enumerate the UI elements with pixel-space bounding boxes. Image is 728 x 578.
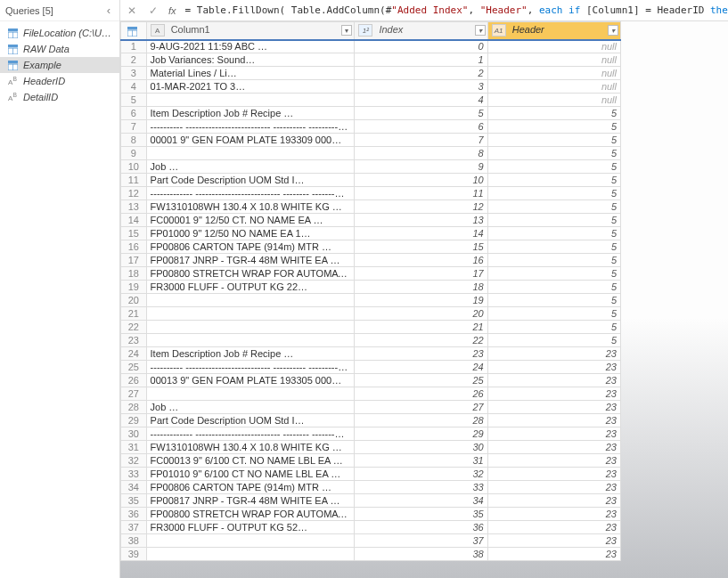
cell-column1[interactable]: FP00800 STRETCH WRAP FOR AUTOMATI … <box>146 508 355 521</box>
cell-header[interactable]: 5 <box>487 281 620 294</box>
cell-index[interactable]: 19 <box>355 294 487 307</box>
row-number[interactable]: 38 <box>121 534 147 548</box>
cell-index[interactable]: 32 <box>355 468 487 481</box>
cell-index[interactable]: 36 <box>355 521 487 534</box>
cell-column1[interactable] <box>146 294 355 307</box>
cell-column1[interactable]: Job … <box>146 401 355 414</box>
row-number[interactable]: 13 <box>121 200 147 214</box>
commit-formula-icon[interactable]: ✓ <box>147 4 160 17</box>
cell-index[interactable]: 27 <box>355 401 487 414</box>
cell-index[interactable]: 33 <box>355 481 487 494</box>
table-row[interactable]: 17 FP00817 JNRP - TGR-4 48M WHITE EA …16… <box>121 254 621 267</box>
cell-index[interactable]: 7 <box>355 134 487 147</box>
cell-column1[interactable]: Job … <box>146 160 355 174</box>
cell-index[interactable]: 5 <box>355 107 487 120</box>
rownum-header[interactable] <box>121 22 147 40</box>
row-number[interactable]: 24 <box>121 347 147 361</box>
cell-index[interactable]: 30 <box>355 441 487 454</box>
row-number[interactable]: 19 <box>121 281 147 294</box>
row-number[interactable]: 17 <box>121 254 147 267</box>
cell-index[interactable]: 11 <box>355 187 487 200</box>
cell-column1[interactable] <box>146 147 355 160</box>
row-number[interactable]: 34 <box>121 481 147 494</box>
cell-header[interactable]: 23 <box>487 548 620 561</box>
table-row[interactable]: 18 FP00800 STRETCH WRAP FOR AUTOMATI …17… <box>121 267 621 281</box>
table-row[interactable]: 29 Part Code Description UOM Std I…2823 <box>121 414 621 427</box>
cell-column1[interactable]: FW1310108WH 130.4 X 10.8 WHITE KG … <box>146 441 355 454</box>
cell-index[interactable]: 9 <box>355 160 487 174</box>
table-row[interactable]: 2 Job Variances: Sound…1null <box>121 53 621 67</box>
row-number[interactable]: 12 <box>121 187 147 200</box>
cell-index[interactable]: 17 <box>355 267 487 281</box>
cell-index[interactable]: 8 <box>355 147 487 160</box>
row-number[interactable]: 21 <box>121 307 147 321</box>
cell-header[interactable]: 23 <box>487 494 620 508</box>
row-number[interactable]: 37 <box>121 521 147 534</box>
table-row[interactable]: 19 FR3000 FLUFF - OUTPUT KG 22…185 <box>121 281 621 294</box>
cell-header[interactable]: 5 <box>487 187 620 200</box>
row-number[interactable]: 26 <box>121 374 147 387</box>
cell-column1[interactable]: Part Code Description UOM Std I… <box>146 414 355 427</box>
cell-header[interactable]: 23 <box>487 361 620 374</box>
cell-index[interactable]: 4 <box>355 94 487 107</box>
cell-index[interactable]: 37 <box>355 534 487 548</box>
cell-header[interactable]: 5 <box>487 147 620 160</box>
row-number[interactable]: 29 <box>121 414 147 427</box>
table-row[interactable]: 35 FP00817 JNRP - TGR-4 48M WHITE EA …34… <box>121 494 621 508</box>
cell-index[interactable]: 23 <box>355 347 487 361</box>
table-row[interactable]: 383723 <box>121 534 621 548</box>
table-row[interactable]: 37 FR3000 FLUFF - OUTPUT KG 52…3623 <box>121 521 621 534</box>
cell-column1[interactable]: Item Description Job # Recipe … <box>146 107 355 120</box>
row-number[interactable]: 28 <box>121 401 147 414</box>
table-row[interactable]: 33 FP01010 9" 6/100 CT NO NAME LBL EA …3… <box>121 468 621 481</box>
cell-column1[interactable]: FP01010 9" 6/100 CT NO NAME LBL EA … <box>146 468 355 481</box>
cell-header[interactable]: 5 <box>487 160 620 174</box>
cell-index[interactable]: 20 <box>355 307 487 321</box>
row-number[interactable]: 35 <box>121 494 147 508</box>
table-row[interactable]: 19-AUG-2021 11:59 ABC …0null <box>121 40 621 53</box>
cell-header[interactable]: null <box>487 40 620 53</box>
cell-header[interactable]: 23 <box>487 454 620 468</box>
cell-index[interactable]: 18 <box>355 281 487 294</box>
row-number[interactable]: 39 <box>121 548 147 561</box>
cell-column1[interactable] <box>146 307 355 321</box>
table-row[interactable]: 16 FP00806 CARTON TAPE (914m) MTR …155 <box>121 240 621 254</box>
cell-header[interactable]: 5 <box>487 321 620 334</box>
column1-filter-dropdown[interactable]: ▾ <box>341 25 352 36</box>
cell-column1[interactable]: ------------- --------------------------… <box>146 187 355 200</box>
cell-header[interactable]: 5 <box>487 227 620 240</box>
table-row[interactable]: 800001 9" GEN FOAM PLATE 193309 000…75 <box>121 134 621 147</box>
row-number[interactable]: 10 <box>121 160 147 174</box>
table-row[interactable]: 23225 <box>121 334 621 347</box>
cell-header[interactable]: 5 <box>487 174 620 187</box>
table-row[interactable]: 11 Part Code Description UOM Std I…105 <box>121 174 621 187</box>
row-number[interactable]: 9 <box>121 147 147 160</box>
cell-index[interactable]: 14 <box>355 227 487 240</box>
cell-header[interactable]: null <box>487 80 620 94</box>
row-number[interactable]: 11 <box>121 174 147 187</box>
column-header-column1[interactable]: A Column1 ▾ <box>146 22 355 40</box>
row-number[interactable]: 27 <box>121 387 147 401</box>
cell-header[interactable]: 23 <box>487 387 620 401</box>
cell-index[interactable]: 12 <box>355 200 487 214</box>
cell-column1[interactable]: FP00817 JNRP - TGR-4 48M WHITE EA … <box>146 254 355 267</box>
cell-column1[interactable]: FC00001 9" 12/50 CT. NO NAME EA … <box>146 214 355 227</box>
cell-header[interactable]: 23 <box>487 521 620 534</box>
table-row[interactable]: 22215 <box>121 321 621 334</box>
cell-column1[interactable]: Item Description Job # Recipe … <box>146 347 355 361</box>
cell-header[interactable]: 23 <box>487 468 620 481</box>
row-number[interactable]: 32 <box>121 454 147 468</box>
cell-header[interactable]: 5 <box>487 120 620 134</box>
table-row[interactable]: 13 FW1310108WH 130.4 X 10.8 WHITE KG …12… <box>121 200 621 214</box>
cell-header[interactable]: 23 <box>487 508 620 521</box>
cell-header[interactable]: 5 <box>487 254 620 267</box>
cell-index[interactable]: 0 <box>355 40 487 53</box>
cell-index[interactable]: 24 <box>355 361 487 374</box>
cell-column1[interactable]: FP00817 JNRP - TGR-4 48M WHITE EA … <box>146 494 355 508</box>
cell-index[interactable]: 34 <box>355 494 487 508</box>
table-row[interactable]: 4 01-MAR-2021 TO 3…3null <box>121 80 621 94</box>
cell-column1[interactable]: FP00806 CARTON TAPE (914m) MTR … <box>146 481 355 494</box>
cell-header[interactable]: 23 <box>487 401 620 414</box>
cell-index[interactable]: 2 <box>355 67 487 80</box>
table-row[interactable]: 10 Job …95 <box>121 160 621 174</box>
